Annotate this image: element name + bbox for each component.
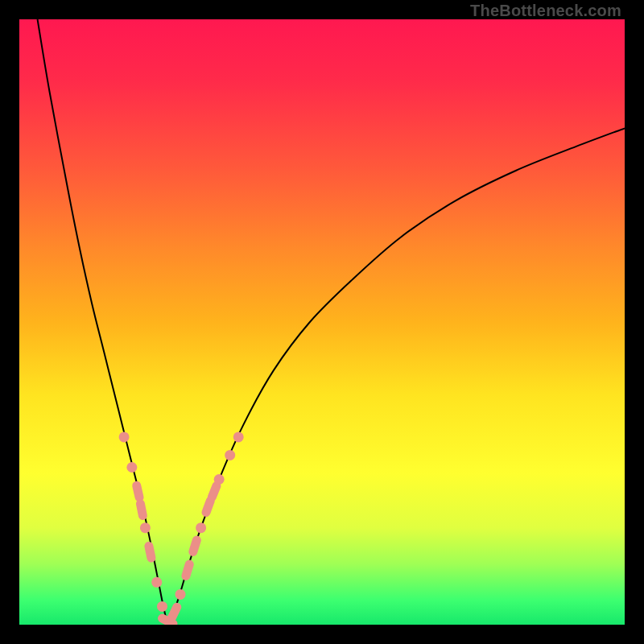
bottleneck-curve — [38, 19, 625, 622]
marker-dot — [151, 577, 162, 588]
marker-dot — [196, 522, 206, 533]
marker-dot — [119, 431, 130, 442]
marker-pill — [180, 559, 195, 581]
attribution-text: TheBottleneck.com — [470, 2, 621, 20]
curve-svg — [19, 19, 625, 625]
marker-dot — [225, 450, 235, 460]
marker-dot — [214, 474, 225, 485]
highlight-markers — [119, 431, 244, 625]
marker-dot — [140, 522, 151, 533]
marker-pill — [166, 601, 183, 624]
marker-pill — [131, 481, 145, 503]
plot-area — [19, 19, 625, 625]
marker-pill — [143, 541, 156, 564]
marker-pill — [135, 498, 148, 521]
chart-frame: TheBottleneck.com — [0, 0, 644, 644]
marker-dot — [233, 431, 244, 442]
marker-dot — [175, 589, 186, 600]
marker-dot — [157, 601, 167, 612]
marker-pill — [188, 535, 202, 557]
marker-dot — [126, 462, 137, 473]
